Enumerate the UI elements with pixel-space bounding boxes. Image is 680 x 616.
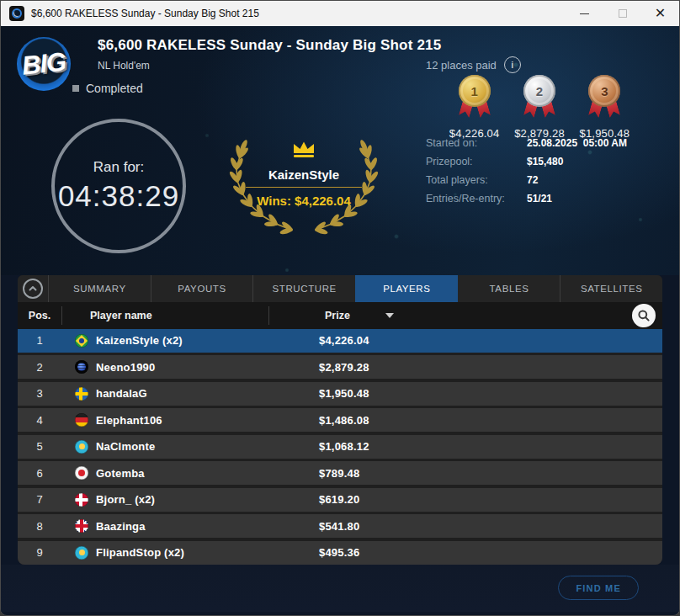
minimize-button[interactable] <box>566 1 603 26</box>
tab-tables[interactable]: TABLES <box>458 275 560 302</box>
flag-icon-uk <box>75 519 88 533</box>
tab-players[interactable]: PLAYERS <box>355 275 458 302</box>
flag-icon-kazakhstan <box>75 546 88 560</box>
info-label: Entries/Re-entry: <box>426 193 527 204</box>
row-player-name: NaClmonte <box>96 440 155 453</box>
row-player-cell: Baazinga <box>61 519 280 533</box>
column-header-pos: Pos. <box>18 310 61 321</box>
tab-structure[interactable]: STRUCTURE <box>252 275 355 302</box>
flag-icon-germany <box>75 413 88 427</box>
row-position: 7 <box>18 493 61 506</box>
winner-name: KaizenStyle <box>217 167 390 182</box>
row-position: 4 <box>18 414 61 427</box>
table-row[interactable]: 9FlipandStop (x2)$495.36 <box>18 541 662 565</box>
info-label: Prizepool: <box>426 156 527 167</box>
row-player-name: KaizenStyle (x2) <box>96 334 183 347</box>
tab-label: PLAYERS <box>383 284 430 294</box>
table-row[interactable]: 4Elephant106$1,486.08 <box>18 408 662 432</box>
close-button[interactable]: ✕ <box>641 1 679 26</box>
collapse-cell <box>18 275 49 302</box>
row-player-name: handalaG <box>96 387 147 400</box>
row-prize: $541.80 <box>280 520 359 533</box>
row-prize: $2,879.28 <box>280 361 369 374</box>
places-paid: 12 places paid i <box>426 56 521 73</box>
find-me-button[interactable]: FIND ME <box>558 576 639 600</box>
column-header-prize: Prize <box>269 310 394 321</box>
top-three-medals: 1$4,226.042$2,879.283$1,950.48 <box>442 75 637 140</box>
tab-label: STRUCTURE <box>273 284 337 294</box>
row-position: 2 <box>18 361 61 374</box>
ran-for-label: Ran for: <box>93 159 144 176</box>
sort-arrow-icon[interactable] <box>385 313 394 318</box>
row-position: 1 <box>18 334 61 347</box>
table-row[interactable]: 8Baazinga$541.80 <box>18 514 662 538</box>
info-value: 72 <box>527 174 538 186</box>
info-row: Total players:72 <box>426 171 670 189</box>
tab-bar: SUMMARYPAYOUTSSTRUCTUREPLAYERSTABLESSATE… <box>18 275 662 302</box>
tab-label: SATELLITES <box>581 284 643 294</box>
ran-for-time: 04:38:29 <box>58 179 179 213</box>
flag-icon-kazakhstan <box>75 440 88 454</box>
info-label: Started on: <box>426 137 527 149</box>
table-row[interactable]: 1KaizenStyle (x2)$4,226.04 <box>18 329 662 353</box>
bronze-medal-icon: 3 <box>587 75 621 122</box>
tab-label: SUMMARY <box>73 284 126 294</box>
tournament-info-list: Started on:25.08.2025 05:00 AMPrizepool:… <box>426 134 670 208</box>
medal-rank: 2 <box>523 75 555 107</box>
winner-wreath: KaizenStyle Wins: $4,226.04 <box>217 135 390 238</box>
window-title: $6,600 RAKELESS Sunday - Sunday Big Shot… <box>31 8 259 19</box>
table-row[interactable]: 3handalaG$1,950.48 <box>18 382 662 406</box>
status-label: Completed <box>86 82 143 95</box>
row-position: 3 <box>18 387 61 400</box>
tab-satellites[interactable]: SATELLITES <box>560 275 662 302</box>
info-icon[interactable]: i <box>504 56 521 73</box>
info-value: $15,480 <box>527 156 563 167</box>
row-position: 5 <box>18 440 61 453</box>
info-row: Entries/Re-entry:51/21 <box>426 189 670 208</box>
search-button[interactable] <box>632 304 656 327</box>
row-player-cell: NaClmonte <box>61 440 280 454</box>
tournament-status: Completed <box>72 82 143 95</box>
row-prize: $1,068.12 <box>280 440 369 453</box>
row-player-name: Neeno1990 <box>96 361 155 374</box>
table-row[interactable]: 2Neeno1990$2,879.28 <box>18 355 662 379</box>
row-player-cell: KaizenStyle (x2) <box>61 334 280 348</box>
info-row: Prizepool:$15,480 <box>426 152 670 171</box>
medal-column-silver: 2$2,879.28 <box>507 75 571 140</box>
flag-icon-sweden <box>75 387 88 401</box>
maximize-button[interactable] <box>603 1 641 26</box>
footer-bar: FIND ME <box>1 565 679 612</box>
table-header: Pos. Player name Prize <box>18 302 662 329</box>
silver-medal-icon: 2 <box>523 75 556 122</box>
row-player-name: Elephant106 <box>96 414 162 427</box>
flag-icon-globe <box>75 360 88 374</box>
row-player-cell: Neeno1990 <box>61 360 280 374</box>
row-player-cell: FlipandStop (x2) <box>61 546 280 560</box>
row-position: 8 <box>18 520 61 533</box>
column-header-player: Player name <box>62 310 268 321</box>
tournament-header: BIG $6,600 RAKELESS Sunday - Sunday Big … <box>1 26 679 275</box>
row-prize: $789.48 <box>280 467 359 480</box>
row-position: 6 <box>18 467 61 480</box>
row-player-cell: Bjorn_ (x2) <box>61 493 280 507</box>
tournament-title: $6,600 RAKELESS Sunday - Sunday Big Shot… <box>98 37 441 54</box>
prize-label: Prize <box>325 310 350 321</box>
medal-rank: 1 <box>459 75 491 107</box>
row-player-name: Baazinga <box>96 520 146 533</box>
tab-payouts[interactable]: PAYOUTS <box>151 275 253 302</box>
collapse-panel-button[interactable] <box>23 279 43 299</box>
search-icon <box>637 309 651 322</box>
tab-label: TABLES <box>490 284 529 294</box>
winner-prize: Wins: $4,226.04 <box>217 194 390 208</box>
big-logo-text: BIG <box>20 46 67 81</box>
table-row[interactable]: 7Bjorn_ (x2)$619.20 <box>18 488 662 512</box>
tab-summary[interactable]: SUMMARY <box>49 275 151 302</box>
table-row[interactable]: 6Gotemba$789.48 <box>18 461 662 485</box>
row-prize: $495.36 <box>280 546 359 559</box>
title-bar[interactable]: $6,600 RAKELESS Sunday - Sunday Big Shot… <box>1 1 679 26</box>
info-row: Started on:25.08.2025 05:00 AM <box>426 134 670 152</box>
duration-circle: Ran for: 04:38:29 <box>51 119 186 253</box>
players-panel: SUMMARYPAYOUTSSTRUCTUREPLAYERSTABLESSATE… <box>18 275 662 565</box>
table-row[interactable]: 5NaClmonte$1,068.12 <box>18 435 662 459</box>
winner-divider <box>246 187 362 188</box>
